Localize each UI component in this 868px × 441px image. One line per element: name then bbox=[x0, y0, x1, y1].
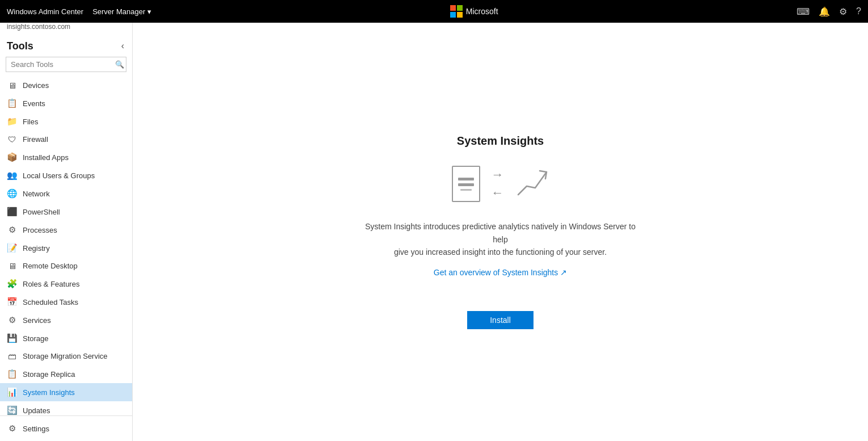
services-icon: ⚙ bbox=[7, 315, 17, 325]
sidebar-item-label-remote-desktop: Remote Desktop bbox=[23, 262, 78, 270]
sidebar-item-label-installed-apps: Installed Apps bbox=[23, 153, 69, 162]
server-icon bbox=[452, 166, 480, 202]
install-icons: → ← bbox=[365, 166, 637, 202]
sidebar-item-label-scheduled-tasks: Scheduled Tasks bbox=[23, 298, 78, 306]
sidebar-item-services[interactable]: ⚙Services bbox=[0, 311, 132, 329]
sidebar-item-system-insights[interactable]: 📊System Insights bbox=[0, 383, 132, 401]
sidebar-item-label-events: Events bbox=[23, 99, 45, 108]
sidebar-item-roles-features[interactable]: 🧩Roles & Features bbox=[0, 275, 132, 293]
sidebar-item-scheduled-tasks[interactable]: 📅Scheduled Tasks bbox=[0, 293, 132, 311]
storage-migration-icon: 🗃 bbox=[7, 351, 17, 361]
sidebar-item-label-registry: Registry bbox=[23, 244, 50, 253]
notification-icon[interactable]: 🔔 bbox=[819, 6, 830, 17]
local-users-groups-icon: 👥 bbox=[7, 170, 17, 180]
chevron-down-icon: ▾ bbox=[147, 7, 151, 16]
sidebar-item-label-system-insights: System Insights bbox=[23, 388, 75, 397]
sidebar-item-local-users-groups[interactable]: 👥Local Users & Groups bbox=[0, 166, 132, 184]
sidebar-bottom: ⚙ Settings bbox=[0, 415, 132, 441]
install-panel: System Insights → ← bbox=[365, 135, 637, 329]
arrow-right-icon: → bbox=[492, 167, 504, 182]
network-icon: 🌐 bbox=[7, 188, 17, 199]
install-link-container: Get an overview of System Insights ↗ bbox=[365, 268, 637, 295]
sidebar-item-powershell[interactable]: ⬛PowerShell bbox=[0, 203, 132, 221]
external-link-icon: ↗ bbox=[560, 268, 567, 277]
topbar-center: Microsoft bbox=[160, 5, 787, 18]
tools-label: Tools bbox=[7, 40, 33, 52]
sidebar-item-label-local-users-groups: Local Users & Groups bbox=[23, 171, 95, 180]
settings-nav-icon: ⚙ bbox=[7, 423, 17, 434]
sidebar-item-label-services: Services bbox=[23, 316, 51, 325]
sidebar-item-label-storage-migration: Storage Migration Service bbox=[23, 352, 108, 360]
sidebar-item-label-roles-features: Roles & Features bbox=[23, 280, 79, 288]
sidebar-item-installed-apps[interactable]: 📦Installed Apps bbox=[0, 148, 132, 166]
search-button[interactable]: 🔍 bbox=[111, 57, 129, 72]
app-title: Windows Admin Center bbox=[7, 7, 83, 16]
sidebar-item-label-updates: Updates bbox=[23, 406, 50, 415]
sidebar-item-remote-desktop[interactable]: 🖥Remote Desktop bbox=[0, 257, 132, 275]
scheduled-tasks-icon: 📅 bbox=[7, 297, 17, 307]
storage-icon: 💾 bbox=[7, 333, 17, 343]
sidebar-item-storage-replica[interactable]: 📋Storage Replica bbox=[0, 365, 132, 383]
updates-icon: 🔄 bbox=[7, 405, 17, 415]
sidebar-item-storage[interactable]: 💾Storage bbox=[0, 329, 132, 347]
settings-label: Settings bbox=[23, 425, 49, 433]
main-layout: insights.contoso.com Tools ‹ 🔍 🖥Devices📋… bbox=[0, 23, 868, 441]
search-box: 🔍 bbox=[6, 57, 126, 72]
sidebar-item-updates[interactable]: 🔄Updates bbox=[0, 401, 132, 415]
sidebar-item-label-devices: Devices bbox=[23, 81, 49, 90]
powershell-icon: ⬛ bbox=[7, 207, 17, 217]
installed-apps-icon: 📦 bbox=[7, 152, 17, 162]
sidebar-item-label-powershell: PowerShell bbox=[23, 208, 60, 216]
system-insights-icon: 📊 bbox=[7, 387, 17, 397]
events-icon: 📋 bbox=[7, 98, 17, 108]
sidebar-item-label-storage-replica: Storage Replica bbox=[23, 370, 75, 379]
search-input[interactable] bbox=[6, 57, 111, 72]
sidebar-item-devices[interactable]: 🖥Devices bbox=[0, 77, 132, 94]
terminal-icon[interactable]: ⌨ bbox=[797, 6, 810, 17]
firewall-icon: 🛡 bbox=[7, 135, 17, 144]
registry-icon: 📝 bbox=[7, 243, 17, 253]
storage-replica-icon: 📋 bbox=[7, 369, 17, 379]
sidebar-item-label-network: Network bbox=[23, 190, 50, 198]
collapse-sidebar-button[interactable]: ‹ bbox=[120, 40, 125, 52]
sidebar-item-storage-migration[interactable]: 🗃Storage Migration Service bbox=[0, 347, 132, 365]
processes-icon: ⚙ bbox=[7, 225, 17, 235]
sidebar-item-firewall[interactable]: 🛡Firewall bbox=[0, 131, 132, 148]
connection-label: insights.contoso.com bbox=[0, 23, 132, 34]
install-button[interactable]: Install bbox=[467, 311, 533, 329]
server-manager-menu[interactable]: Server Manager ▾ bbox=[92, 7, 151, 16]
sidebar-item-label-files: Files bbox=[23, 117, 38, 126]
sidebar-item-events[interactable]: 📋Events bbox=[0, 94, 132, 112]
server-bar-3 bbox=[460, 189, 472, 191]
arrows-icon: → ← bbox=[492, 167, 504, 200]
content-area: System Insights → ← bbox=[133, 23, 868, 441]
sidebar: insights.contoso.com Tools ‹ 🔍 🖥Devices📋… bbox=[0, 23, 133, 441]
server-bar-1 bbox=[458, 178, 474, 180]
sidebar-item-processes[interactable]: ⚙Processes bbox=[0, 221, 132, 239]
install-description: System Insights introduces predictive an… bbox=[365, 220, 637, 258]
sidebar-item-files[interactable]: 📁Files bbox=[0, 112, 132, 131]
trend-icon bbox=[515, 166, 549, 202]
devices-icon: 🖥 bbox=[7, 81, 17, 90]
roles-features-icon: 🧩 bbox=[7, 279, 17, 289]
sidebar-item-label-firewall: Firewall bbox=[23, 135, 48, 144]
overview-link[interactable]: Get an overview of System Insights ↗ bbox=[434, 268, 567, 277]
sidebar-item-label-processes: Processes bbox=[23, 226, 57, 234]
microsoft-logo bbox=[450, 5, 463, 18]
sidebar-nav: 🖥Devices📋Events📁Files🛡Firewall📦Installed… bbox=[0, 77, 132, 415]
topbar-icons: ⌨ 🔔 ⚙ ? bbox=[797, 6, 861, 17]
help-icon[interactable]: ? bbox=[856, 6, 861, 16]
arrow-left-icon: ← bbox=[492, 186, 504, 200]
sidebar-item-registry[interactable]: 📝Registry bbox=[0, 239, 132, 257]
remote-desktop-icon: 🖥 bbox=[7, 261, 17, 271]
sidebar-item-network[interactable]: 🌐Network bbox=[0, 184, 132, 203]
sidebar-item-label-storage: Storage bbox=[23, 334, 49, 343]
server-bar-2 bbox=[458, 183, 474, 186]
microsoft-text: Microsoft bbox=[466, 7, 498, 16]
settings-icon[interactable]: ⚙ bbox=[839, 6, 847, 17]
files-icon: 📁 bbox=[7, 116, 17, 127]
search-icon: 🔍 bbox=[115, 60, 124, 69]
sidebar-item-settings[interactable]: ⚙ Settings bbox=[0, 419, 132, 438]
topbar: Windows Admin Center Server Manager ▾ Mi… bbox=[0, 0, 868, 23]
panel-title: System Insights bbox=[365, 135, 637, 148]
